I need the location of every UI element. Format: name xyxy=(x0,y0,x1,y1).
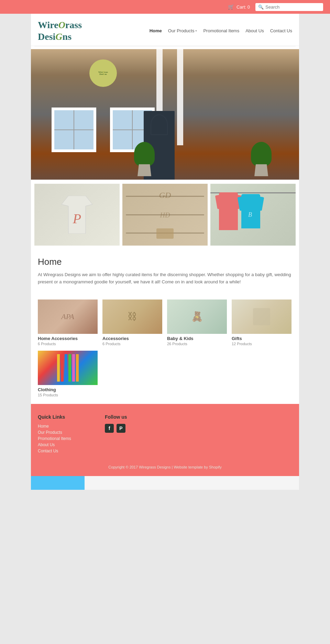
footer-link-products[interactable]: Our Products xyxy=(38,430,91,435)
footer-social: Follow us f P xyxy=(105,414,158,455)
product-card-accessories[interactable]: ⛓ Accessories 6 Products xyxy=(102,300,162,346)
logo-line1: WireOrass xyxy=(38,19,82,31)
product-image-gifts xyxy=(232,300,292,334)
bottom-tab-2[interactable] xyxy=(85,476,138,490)
search-icon: 🔍 xyxy=(258,4,264,10)
home-section: Home At Wiregrass Designs we aim to offe… xyxy=(31,250,299,296)
home-description: At Wiregrass Designs we aim to offer hig… xyxy=(38,271,292,286)
product-count-accessories: 6 Products xyxy=(102,342,162,346)
product-count-home-accessories: 6 Products xyxy=(38,342,98,346)
product-name-clothing: Clothing xyxy=(38,387,98,392)
product-card-home-accessories[interactable]: APA Home Accessories 6 Products xyxy=(38,300,98,346)
store-sign: WireOrass DesiGns xyxy=(89,59,117,87)
dropdown-caret: ▾ xyxy=(195,29,197,33)
top-bar: 🛒 Cart: 0 🔍 xyxy=(0,0,330,14)
product-name-accessories: Accessories xyxy=(102,336,162,341)
gallery-item-1: P xyxy=(34,184,120,246)
site-logo[interactable]: WireOrass DesiGns xyxy=(38,19,82,42)
product-card-clothing[interactable]: Clothing 15 Products xyxy=(38,351,98,397)
footer-link-contact[interactable]: Contact Us xyxy=(38,449,91,453)
footer-copyright: Copyright © 2017 Wiregrass Designs | Web… xyxy=(31,462,299,476)
gallery-item-2: GD HD xyxy=(122,184,208,246)
bottom-tab-1[interactable] xyxy=(31,476,85,490)
page-wrapper: WireOrass DesiGns Home Our Products ▾ Pr… xyxy=(31,14,299,490)
product-grid: APA Home Accessories 6 Products ⛓ Access… xyxy=(31,296,299,404)
main-nav: Home Our Products ▾ Promotional Items Ab… xyxy=(150,28,292,33)
product-count-baby-kids: 26 Products xyxy=(167,342,227,346)
page-title: Home xyxy=(38,257,292,267)
hero-image: WireOrass DesiGns xyxy=(31,49,299,180)
nav-promotional[interactable]: Promotional Items xyxy=(203,28,239,33)
product-name-baby-kids: Baby & Kids xyxy=(167,336,227,341)
bottom-tabs xyxy=(31,476,299,490)
nav-our-products[interactable]: Our Products ▾ xyxy=(168,28,197,33)
product-card-gifts[interactable]: Gifts 12 Products xyxy=(232,300,292,346)
product-image-accessories: ⛓ xyxy=(102,300,162,334)
cart-icon: 🛒 xyxy=(228,4,234,10)
footer-link-home[interactable]: Home xyxy=(38,424,91,429)
cart-area[interactable]: 🛒 Cart: 0 xyxy=(228,4,250,10)
shirt-svg: P xyxy=(62,196,92,234)
footer-spacer xyxy=(172,414,225,455)
plant-left xyxy=(134,142,155,176)
curtain-right xyxy=(177,49,183,145)
quick-links-heading: Quick Links xyxy=(38,414,91,420)
product-count-clothing: 15 Products xyxy=(38,393,98,397)
pinterest-icon[interactable]: P xyxy=(117,424,125,433)
search-box[interactable]: 🔍 xyxy=(255,3,323,11)
footer-link-about[interactable]: About Us xyxy=(38,442,91,447)
bottom-tab-5[interactable] xyxy=(245,476,299,490)
follow-heading: Follow us xyxy=(105,414,158,420)
product-card-baby-kids[interactable]: 🧸 Baby & Kids 26 Products xyxy=(167,300,227,346)
social-icons: f P xyxy=(105,424,158,433)
search-input[interactable] xyxy=(265,4,320,10)
plant-right xyxy=(251,142,272,176)
site-footer: Quick Links Home Our Products Promotiona… xyxy=(31,404,299,476)
product-image-clothing xyxy=(38,351,98,385)
facebook-icon[interactable]: f xyxy=(105,424,114,433)
cart-label: Cart: 0 xyxy=(236,4,250,10)
svg-text:P: P xyxy=(73,211,81,226)
nav-contact[interactable]: Contact Us xyxy=(270,28,292,33)
bottom-tab-3[interactable] xyxy=(138,476,192,490)
bottom-tab-4[interactable] xyxy=(192,476,245,490)
product-name-gifts: Gifts xyxy=(232,336,292,341)
product-image-baby-kids: 🧸 xyxy=(167,300,227,334)
logo-line2: DesiGns xyxy=(38,31,82,43)
product-image-home-accessories: APA xyxy=(38,300,98,334)
site-header: WireOrass DesiGns Home Our Products ▾ Pr… xyxy=(31,14,299,46)
nav-home[interactable]: Home xyxy=(150,28,162,33)
nav-about[interactable]: About Us xyxy=(245,28,264,33)
gallery-row: P GD HD xyxy=(31,180,299,250)
product-name-home-accessories: Home Accessories xyxy=(38,336,98,341)
gallery-item-3: B xyxy=(210,184,296,246)
footer-spacer2 xyxy=(239,414,292,455)
footer-quick-links: Quick Links Home Our Products Promotiona… xyxy=(38,414,91,455)
footer-link-promo[interactable]: Promotional Items xyxy=(38,436,91,441)
product-count-gifts: 12 Products xyxy=(232,342,292,346)
window-left xyxy=(52,108,96,152)
header-divider xyxy=(34,46,296,46)
